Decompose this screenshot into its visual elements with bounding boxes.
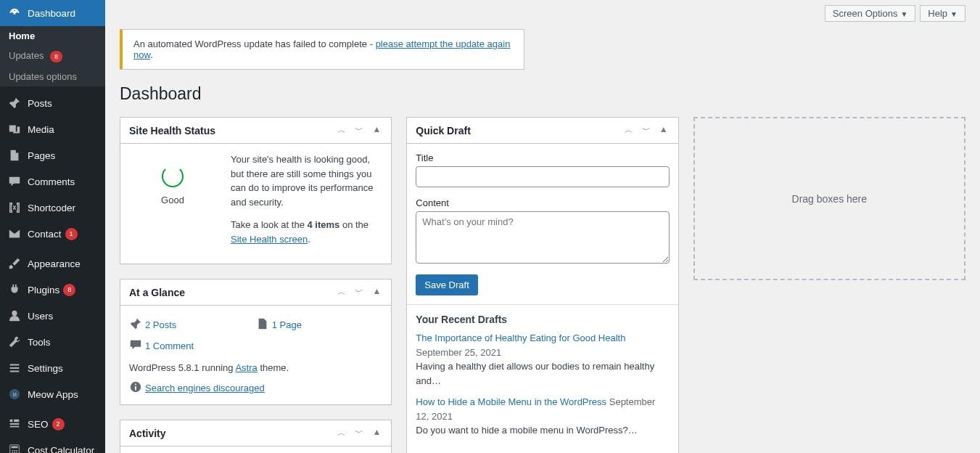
- sidebar-item-pages[interactable]: Pages: [0, 142, 105, 168]
- draft-item: How to Hide a Mobile Menu in the WordPre…: [416, 395, 669, 438]
- sidebar-item-media[interactable]: Media: [0, 116, 105, 142]
- settings-icon: [7, 361, 22, 375]
- draft-link[interactable]: The Importance of Healthy Eating for Goo…: [416, 332, 625, 343]
- draft-link[interactable]: How to Hide a Mobile Menu in the WordPre…: [416, 396, 606, 407]
- move-up-icon[interactable]: ︿: [623, 123, 635, 138]
- submenu-updates-options[interactable]: Updates options: [0, 67, 105, 86]
- plugin-icon: [7, 282, 22, 297]
- health-gauge: Good: [129, 152, 216, 255]
- seo-icon: [7, 417, 22, 431]
- posts-link[interactable]: 2 Posts: [145, 319, 176, 330]
- theme-link[interactable]: Astra: [235, 362, 257, 373]
- sidebar-item-settings[interactable]: Settings: [0, 355, 105, 381]
- svg-point-9: [14, 450, 15, 452]
- submenu-home[interactable]: Home: [0, 26, 105, 46]
- help-button[interactable]: Help▼: [920, 5, 965, 22]
- updates-badge: 8: [50, 51, 62, 62]
- health-status: Good: [129, 195, 216, 205]
- page-title: Dashboard: [120, 84, 965, 104]
- move-down-icon[interactable]: ﹀: [641, 123, 652, 138]
- draft-excerpt: Do you want to hide a mobile menu in Wor…: [416, 425, 637, 436]
- sidebar-item-users[interactable]: Users: [0, 303, 105, 329]
- activity-box: Activity ︿ ﹀ ▲ Recently Published Sep 14…: [120, 420, 392, 453]
- svg-rect-6: [10, 445, 20, 453]
- move-up-icon[interactable]: ︿: [336, 123, 347, 138]
- media-icon: [7, 122, 22, 136]
- health-text: Your site's health is looking good, but …: [231, 152, 382, 255]
- comments-icon: [129, 338, 145, 354]
- admin-sidebar: Dashboard Home Updates 8 Updates options…: [0, 0, 105, 453]
- site-health-box: Site Health Status ︿ ﹀ ▲ Good: [120, 117, 392, 264]
- sidebar-item-appearance[interactable]: Appearance: [0, 250, 105, 277]
- toggle-icon[interactable]: ▲: [658, 123, 670, 138]
- screen-options-button[interactable]: Screen Options▼: [825, 5, 916, 22]
- pages-icon: [256, 317, 272, 332]
- move-down-icon[interactable]: ﹀: [353, 123, 365, 138]
- dashboard-submenu: Home Updates 8 Updates options: [0, 26, 105, 86]
- draft-excerpt: Having a healthy diet allows our bodies …: [416, 361, 654, 386]
- svg-text:M: M: [12, 392, 16, 397]
- site-health-link[interactable]: Site Health screen: [231, 234, 308, 245]
- move-down-icon[interactable]: ﹀: [353, 425, 365, 441]
- plugins-badge: 8: [63, 284, 75, 295]
- box-title: Site Health Status: [129, 125, 215, 136]
- box-title: At a Glance: [129, 287, 185, 298]
- main-content: Screen Options▼ Help▼ An automated WordP…: [105, 0, 980, 453]
- box-title: Quick Draft: [416, 125, 470, 136]
- svg-point-0: [12, 311, 17, 316]
- glance-comments: 1 Comment: [129, 335, 256, 356]
- svg-point-8: [12, 450, 13, 452]
- chevron-down-icon: ▼: [950, 10, 958, 18]
- sidebar-item-comments[interactable]: Comments: [0, 168, 105, 195]
- svg-point-10: [16, 450, 17, 452]
- brush-icon: [7, 256, 22, 271]
- glance-posts: 2 Posts: [129, 314, 256, 335]
- search-discouraged: Search engines discouraged: [129, 380, 382, 396]
- chevron-down-icon: ▼: [900, 10, 907, 18]
- sidebar-item-tools[interactable]: Tools: [0, 329, 105, 355]
- sidebar-item-posts[interactable]: Posts: [0, 90, 105, 116]
- user-icon: [7, 309, 22, 323]
- info-icon: [129, 380, 145, 396]
- at-a-glance-box: At a Glance ︿ ﹀ ▲ 2 Posts: [120, 279, 392, 405]
- sidebar-item-shortcoder[interactable]: Shortcoder: [0, 195, 105, 221]
- toggle-icon[interactable]: ▲: [371, 425, 382, 441]
- glance-pages: 1 Page: [256, 314, 383, 335]
- comments-icon: [7, 174, 22, 189]
- box-title: Activity: [129, 428, 166, 439]
- move-down-icon[interactable]: ﹀: [353, 285, 365, 300]
- sidebar-item-seo[interactable]: SEO 2: [0, 411, 105, 437]
- dashboard-icon: [7, 6, 22, 20]
- toggle-icon[interactable]: ▲: [371, 123, 382, 138]
- pin-icon: [7, 96, 22, 110]
- mail-icon: [7, 226, 22, 241]
- drop-zone[interactable]: Drag boxes here: [693, 117, 965, 280]
- quick-draft-box: Quick Draft ︿ ﹀ ▲ Title Content Save Dra…: [406, 117, 678, 453]
- save-draft-button[interactable]: Save Draft: [416, 274, 477, 295]
- move-up-icon[interactable]: ︿: [336, 285, 347, 300]
- title-label: Title: [416, 152, 669, 163]
- shortcoder-icon: [7, 200, 22, 215]
- toggle-icon[interactable]: ▲: [371, 285, 382, 300]
- submenu-updates[interactable]: Updates 8: [0, 46, 105, 67]
- comments-link[interactable]: 1 Comment: [145, 340, 194, 351]
- pages-link[interactable]: 1 Page: [272, 319, 302, 330]
- top-bar: Screen Options▼ Help▼: [120, 0, 965, 22]
- sidebar-item-cost[interactable]: Cost Calculator: [0, 437, 105, 453]
- sidebar-item-contact[interactable]: Contact 1: [0, 221, 105, 247]
- seo-badge: 2: [52, 418, 65, 430]
- sidebar-item-meow[interactable]: M Meow Apps: [0, 381, 105, 407]
- sidebar-item-dashboard[interactable]: Dashboard: [0, 0, 105, 26]
- svg-rect-7: [12, 446, 18, 449]
- update-notice: An automated WordPress update has failed…: [120, 29, 524, 70]
- gauge-circle-icon: [162, 166, 184, 187]
- draft-title-input[interactable]: [416, 166, 669, 187]
- contact-badge: 1: [65, 228, 78, 240]
- recent-drafts-title: Your Recent Drafts: [416, 314, 669, 325]
- move-up-icon[interactable]: ︿: [336, 425, 347, 441]
- search-discouraged-link[interactable]: Search engines discouraged: [145, 383, 265, 393]
- draft-content-textarea[interactable]: [416, 211, 669, 264]
- version-info: WordPress 5.8.1 running Astra theme.: [129, 356, 382, 373]
- svg-point-3: [12, 371, 15, 373]
- sidebar-item-plugins[interactable]: Plugins 8: [0, 277, 105, 303]
